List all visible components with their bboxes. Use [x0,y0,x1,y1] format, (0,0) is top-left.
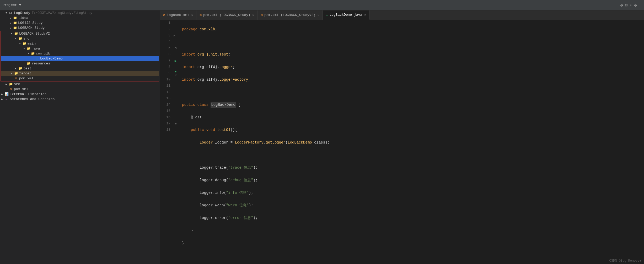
tree-arrow-logback: ▶ [8,26,13,30]
toolbar-icon-3[interactable]: ↕ [630,3,632,8]
project-tree: ▼ 🗂 LogStudy F:\CODE\JAVA\LogStudyV2\Log… [0,10,160,264]
tree-arrow-comxlb: ▼ [26,52,30,55]
gutter-16 [173,114,178,120]
tree-item-pom-v2[interactable]: m pom.xml [1,76,159,81]
tree-label-logStudy: LogStudy [14,11,30,15]
tab-close-logbackdemo-java[interactable]: ✕ [364,13,366,16]
line-num-16: 16 [160,114,170,120]
line-num-8: 8 [160,64,170,70]
tree-label-target: target [19,72,31,75]
gutter-17: ⊟ [173,120,178,127]
folder-icon-log4j2: 📁 [13,21,17,25]
tab-close-logback-xml[interactable]: ✕ [191,13,193,17]
line-num-7: 7 [160,58,170,64]
line-num-13: 13 [160,95,170,102]
gutter-10 [173,76,178,83]
tab-logbackdemo-java[interactable]: ☕ LogBackDemo.java ✕ [323,10,369,20]
tree-label-java: java [32,47,40,51]
toolbar-project-label: Project ▼ [3,3,21,7]
toolbar-icon-5[interactable]: — [639,3,641,8]
tree-label-src-root: src [14,82,20,86]
toolbar-icon-4[interactable]: ⚙ [634,3,637,8]
red-border-group: ▼ 📁 LOGBACK_StudyV2 ▼ 📁 src ▼ 📁 main [1,31,159,81]
tree-item-scratches[interactable]: ▶ ✏ Scratches and Consoles [0,97,160,102]
tree-item-src-root[interactable]: ▶ 📁 src [0,82,160,87]
tree-item-resources[interactable]: 📁 resources [1,61,159,66]
external-icon: 📊 [4,92,9,96]
gutter-1 [173,20,178,26]
gutter-7[interactable]: ▶ [173,58,178,64]
line-num-3: 3 [160,32,170,39]
code-line-12: logger.trace("trace 信息"); [182,164,644,171]
tree-path-logStudy: F:\CODE\JAVA\LogStudyV2\LogStudy [32,11,92,15]
tree-item-comxlb[interactable]: ▼ 📁 com.xlb [1,51,159,56]
tree-item-java[interactable]: ▼ 📁 java [1,46,159,51]
toolbar: Project ▼ ⚙ ⊟ ↕ ⚙ — [0,0,644,10]
tree-item-src[interactable]: ▼ 📁 src [1,36,159,41]
tree-arrow-logbackV2: ▼ [9,32,14,35]
tree-item-logStudy[interactable]: ▼ 🗂 LogStudy F:\CODE\JAVA\LogStudyV2\Log… [0,10,160,15]
java-file-icon: ☕ [35,57,39,60]
tab-close-pom-logbackv2[interactable]: ✕ [318,13,319,17]
tab-java-icon: ☕ [326,13,328,17]
tab-pom-logback[interactable]: m pom.xml (LOGBACK_Study) ✕ [196,10,257,20]
gutter: ▷ ⊟ ▶ ▶ ⊟ [173,20,179,264]
tree-label-pom-root: pom.xml [14,87,28,91]
toolbar-icon-1[interactable]: ⚙ [620,3,623,8]
tab-bar: ⚙ logback.xml ✕ m pom.xml (LOGBACK_Study… [160,10,644,20]
tree-item-external[interactable]: ▶ 📊 External Libraries [0,92,160,97]
editor-area: ⚙ logback.xml ✕ m pom.xml (LOGBACK_Study… [160,10,644,264]
tab-pom-logbackv2[interactable]: m pom.xml (LOGBACK_StudyV2) ✕ [257,10,323,20]
tree-item-logbackV2[interactable]: ▼ 📁 LOGBACK_StudyV2 [1,31,159,36]
code-content[interactable]: package com.xlb; import org.junit.Test; … [179,20,644,264]
line-num-11: 11 [160,83,170,89]
project-icon: 🗂 [8,11,13,15]
code-line-4: import org.slf4j.Logger; [182,64,644,70]
tree-label-comxlb: com.xlb [36,52,50,56]
tree-item-idea[interactable]: ▶ 📁 .idea [0,15,160,20]
code-line-5: import org.slf4j.LoggerFactory; [182,76,644,83]
tree-label-external: External Libraries [10,92,46,96]
watermark: CSDN @Bug_Remove♥ [609,259,641,263]
tree-item-log4j2[interactable]: ▶ 📁 LOG4J2_Study [0,20,160,25]
tab-label-pom-logbackv2: pom.xml (LOGBACK_StudyV2) [264,13,315,17]
folder-icon-idea: 📁 [13,16,17,20]
folder-icon-src: 📁 [18,37,23,41]
tree-arrow-src-root: ▶ [4,83,8,86]
tree-label-logback: LOGBACK_Study [18,26,45,30]
tree-arrow-test: ▶ [14,67,18,70]
tree-item-logbackdemo[interactable]: ☕ LogBackDemo [1,56,159,61]
tree-item-test[interactable]: ▶ 📁 test [1,66,159,71]
tree-item-logback[interactable]: ▶ 📁 LOGBACK_Study [0,25,160,30]
gutter-4 [173,39,178,45]
line-num-15: 15 [160,108,170,114]
gutter-14 [173,102,178,108]
toolbar-icon-2[interactable]: ⊟ [625,3,628,8]
code-line-6 [182,89,644,95]
folder-icon-logbackV2: 📁 [14,32,18,36]
gutter-8 [173,64,178,70]
tab-xml-icon-2: m [200,13,202,17]
line-num-14: 14 [160,102,170,108]
tree-label-idea: .idea [18,16,28,20]
tab-xml-icon-1: ⚙ [163,13,165,17]
tree-label-logbackdemo: LogBackDemo [40,57,63,60]
tree-item-main[interactable]: ▼ 📁 main [1,41,159,46]
tree-label-test: test [23,67,31,70]
tree-item-pom-root[interactable]: m pom.xml [0,87,160,92]
code-line-8: @Test [182,114,644,120]
folder-icon-src-root: 📁 [8,82,13,86]
gutter-18 [173,127,178,133]
tree-label-logbackV2: LOGBACK_StudyV2 [19,32,50,36]
tree-label-pom-v2: pom.xml [19,76,34,80]
tree-item-target[interactable]: ▶ 📁 target [1,71,159,76]
code-line-16: logger.error("error 信息"); [182,215,644,221]
tab-close-pom-logback[interactable]: ✕ [253,13,254,17]
code-line-7: public class LogBackDemo { [182,102,644,108]
tree-arrow-src: ▼ [14,37,18,40]
line-num-2: 2 [160,26,170,32]
gutter-5: ⊟ [173,45,178,51]
main-layout: ▼ 🗂 LogStudy F:\CODE\JAVA\LogStudyV2\Log… [0,10,644,264]
gutter-9[interactable]: ▶ ⊟ [173,70,178,76]
tab-logback-xml[interactable]: ⚙ logback.xml ✕ [160,10,196,20]
